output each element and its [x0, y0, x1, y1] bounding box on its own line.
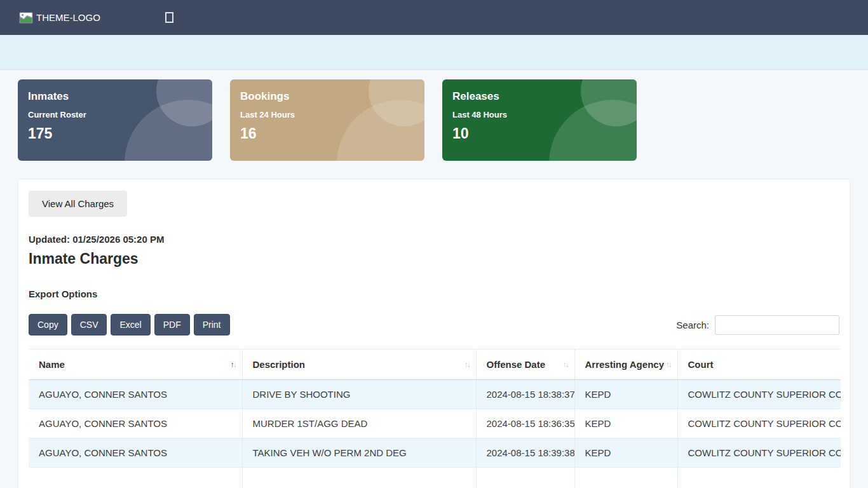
stat-card-subtitle: Current Roster	[28, 110, 212, 119]
column-header-name[interactable]: Name ↑↓	[29, 349, 242, 380]
cell-court: COWLITZ COUNTY SUPERIOR COURT	[677, 380, 841, 409]
copy-button[interactable]: Copy	[29, 314, 67, 336]
stat-card-value: 16	[240, 125, 424, 142]
stat-card-subtitle: Last 24 Hours	[240, 110, 424, 119]
top-navbar: THEME-LOGO	[0, 0, 868, 35]
sort-icon: ↑↓	[465, 360, 470, 369]
sort-icon: ↑↓	[231, 360, 236, 369]
inmate-charges-table: Name ↑↓ Description ↑↓ Offense Date ↑↓ A…	[29, 349, 841, 488]
cell-description: TAKING VEH W/O PERM 2ND DEG	[242, 438, 476, 468]
updated-timestamp: Updated: 01/25/2026 05:20 PM	[29, 234, 839, 245]
stat-cards-row: Inmates Current Roster 175 Bookings Last…	[0, 70, 868, 161]
stat-card-value: 175	[28, 125, 212, 142]
brand-logo-alt-text: THEME-LOGO	[36, 12, 100, 23]
table-toolbar: Copy CSV Excel PDF Print Search:	[29, 314, 839, 336]
stat-card-value: 10	[452, 125, 637, 142]
table-row: AGUAYO, CONNER SANTOS MURDER 1ST/AGG DEA…	[29, 409, 841, 438]
menu-toggle-icon[interactable]	[165, 12, 173, 23]
stat-card-title: Inmates	[28, 90, 212, 103]
cell-description: DRIVE BY SHOOTING	[242, 380, 476, 409]
column-header-arresting-agency[interactable]: Arresting Agency ↑↓	[574, 349, 677, 380]
column-header-offense-date[interactable]: Offense Date ↑↓	[476, 349, 574, 380]
search-control: Search:	[676, 315, 839, 335]
cell-name: AGUAYO, CONNER SANTOS	[29, 380, 242, 409]
column-header-description[interactable]: Description ↑↓	[242, 349, 476, 380]
pdf-button[interactable]: PDF	[154, 314, 190, 336]
cell-offense-date: 2024-08-15 18:39:38	[476, 438, 574, 468]
table-row-partial	[29, 468, 841, 488]
stat-card-bookings: Bookings Last 24 Hours 16	[230, 79, 424, 161]
brand-logo[interactable]: THEME-LOGO	[19, 12, 100, 24]
table-row: AGUAYO, CONNER SANTOS TAKING VEH W/O PER…	[29, 438, 841, 468]
cell-description: MURDER 1ST/AGG DEAD	[242, 409, 476, 438]
column-header-court[interactable]: Court	[677, 349, 841, 380]
print-button[interactable]: Print	[194, 314, 230, 336]
broken-image-icon	[19, 12, 33, 24]
cell-name: AGUAYO, CONNER SANTOS	[29, 438, 242, 468]
sort-icon: ↑↓	[666, 360, 671, 369]
page-title: Inmate Charges	[29, 250, 839, 268]
export-buttons-group: Copy CSV Excel PDF Print	[29, 314, 230, 336]
search-label: Search:	[676, 320, 709, 330]
cell-arresting-agency: KEPD	[574, 380, 677, 409]
cell-arresting-agency: KEPD	[574, 409, 677, 438]
stat-card-inmates: Inmates Current Roster 175	[18, 79, 212, 161]
cell-name: AGUAYO, CONNER SANTOS	[29, 409, 242, 438]
stat-card-title: Bookings	[240, 90, 424, 103]
cell-offense-date: 2024-08-15 18:38:37	[476, 380, 574, 409]
excel-button[interactable]: Excel	[111, 314, 150, 336]
header-band	[0, 35, 868, 70]
stat-card-releases: Releases Last 48 Hours 10	[442, 79, 637, 161]
cell-offense-date: 2024-08-15 18:36:35	[476, 409, 574, 438]
table-row: AGUAYO, CONNER SANTOS DRIVE BY SHOOTING …	[29, 380, 841, 409]
cell-arresting-agency: KEPD	[574, 438, 677, 468]
charges-table-wrapper: Name ↑↓ Description ↑↓ Offense Date ↑↓ A…	[29, 349, 841, 488]
table-header-row: Name ↑↓ Description ↑↓ Offense Date ↑↓ A…	[29, 349, 841, 380]
stat-card-title: Releases	[452, 90, 637, 103]
stat-card-subtitle: Last 48 Hours	[452, 110, 637, 119]
view-all-charges-button[interactable]: View All Charges	[29, 191, 127, 217]
sort-icon: ↑↓	[563, 360, 568, 369]
cell-court: COWLITZ COUNTY SUPERIOR COURT	[677, 409, 841, 438]
cell-court: COWLITZ COUNTY SUPERIOR COURT	[677, 438, 841, 468]
export-options-label: Export Options	[29, 288, 839, 299]
inmate-charges-panel: View All Charges Updated: 01/25/2026 05:…	[18, 179, 850, 488]
search-input[interactable]	[715, 315, 839, 335]
csv-button[interactable]: CSV	[71, 314, 107, 336]
